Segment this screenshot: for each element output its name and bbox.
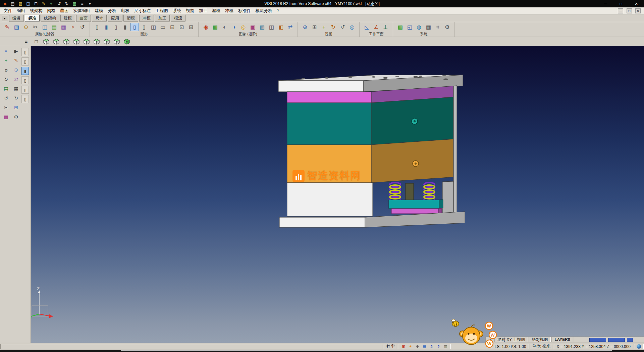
shaded-cylinder-icon[interactable]: ▮ (102, 23, 111, 31)
right-view-icon[interactable] (72, 37, 80, 45)
hidden-line-mode-icon[interactable]: ▯ (21, 57, 29, 65)
help-icon[interactable]: ? (436, 344, 441, 349)
bottom-view-icon[interactable] (103, 37, 111, 45)
iso-back-view-icon[interactable] (113, 37, 121, 45)
app-icon[interactable]: ◆ (2, 1, 8, 6)
tab-mold[interactable]: 塑膜 (123, 15, 138, 22)
menu-item[interactable]: 电极 (119, 7, 132, 14)
front-view-icon[interactable] (62, 37, 70, 45)
grid-status-icon[interactable]: ▦ (422, 344, 427, 349)
menu-item[interactable]: 尺寸标注 (132, 7, 153, 14)
workplane-icon[interactable]: ◺ (363, 23, 371, 31)
menu-item[interactable]: 网格 (45, 7, 58, 14)
lighting-icon[interactable]: ◎ (239, 23, 248, 31)
outline-view-icon[interactable]: ▭ (159, 23, 167, 31)
undo-icon[interactable]: ↺ (56, 1, 62, 6)
sketch-icon[interactable]: ✎ (41, 1, 46, 6)
solid-view-icon[interactable]: ▮ (121, 23, 129, 31)
regen-icon[interactable]: ✦ (408, 344, 413, 349)
horizontal-scrollbar-thumb[interactable] (121, 350, 612, 351)
save-icon[interactable]: ◫ (25, 1, 31, 6)
rendered-mode-icon[interactable]: ▯ (21, 76, 29, 84)
menu-item[interactable]: 标准件 (236, 7, 253, 14)
box-view-icon[interactable]: ◫ (149, 23, 158, 31)
tab-overflow-dropdown-icon[interactable]: ▾ (2, 16, 7, 21)
layers-tool-icon[interactable]: ▤ (2, 84, 10, 93)
search-icon[interactable]: ⌕ (488, 337, 494, 343)
tab-moldflow[interactable]: 模流 (171, 15, 185, 22)
menu-item[interactable]: 线架构 (28, 7, 45, 14)
open-file-icon[interactable]: ▨ (18, 1, 23, 6)
lock-toggle[interactable]: 拴牢 (384, 344, 397, 349)
pan-icon[interactable]: + (320, 23, 328, 31)
menu-item[interactable]: 塑模 (210, 7, 223, 14)
normals-view-icon[interactable]: ⊞ (187, 23, 195, 31)
menu-item[interactable]: 视窗 (183, 7, 197, 14)
rotate-tool-icon[interactable]: ↻ (2, 75, 10, 84)
dynamic-view-icon[interactable]: ◎ (348, 23, 356, 31)
menu-item[interactable]: 分析 (106, 7, 119, 14)
mdi-restore-icon[interactable]: □ (627, 8, 632, 13)
menu-item[interactable]: 加工 (197, 7, 210, 14)
capture-icon[interactable]: ⌖ (49, 1, 54, 6)
measure-tool-icon[interactable]: ⌀ (2, 65, 10, 74)
tab-dimension[interactable]: 尺寸 (92, 15, 107, 22)
previous-view-icon[interactable]: ↺ (338, 23, 347, 31)
viewport-3d[interactable]: Z 智造资料网 (31, 46, 644, 343)
menu-item[interactable]: 曲面 (58, 7, 71, 14)
view-2d-icon[interactable]: 2 (429, 344, 434, 349)
zoom-tool-icon[interactable]: ⌖ (2, 47, 10, 55)
menu-item[interactable]: 建模 (93, 7, 106, 14)
options-tool-icon[interactable]: ⚙ (12, 113, 20, 121)
points-view-icon[interactable]: ⊡ (177, 23, 186, 31)
mdi-close-icon[interactable]: ✕ (635, 8, 641, 13)
shadow-icon[interactable]: ◐ (220, 23, 229, 31)
type-filter-icon[interactable]: ▦ (59, 23, 68, 31)
workplane-reset-icon[interactable]: ⊥ (381, 23, 390, 31)
tab-application[interactable]: 应用 (108, 15, 122, 22)
grid-toggle-icon[interactable]: ▦ (72, 1, 77, 6)
menu-item[interactable]: 冲模 (223, 7, 236, 14)
extend-tool-icon[interactable]: ⊞ (12, 103, 20, 112)
color-palette-icon[interactable]: ▩ (396, 23, 405, 31)
grid-tool-icon[interactable]: ▦ (12, 84, 20, 93)
system-options-icon[interactable]: ⚙ (443, 23, 451, 31)
menu-item[interactable]: 工程图 (153, 7, 171, 14)
left-view-icon[interactable] (83, 37, 91, 45)
translucent-view-icon[interactable]: ▯ (130, 23, 139, 31)
mirror-tool-icon[interactable]: ⇄ (12, 75, 20, 84)
reset-filter-icon[interactable]: ↺ (78, 23, 87, 31)
pan-tool-icon[interactable]: + (2, 56, 10, 65)
select-tool-icon[interactable]: ▶ (12, 47, 20, 55)
scissors-icon[interactable]: ✂ (31, 23, 40, 31)
mdi-minimize-icon[interactable]: ─ (618, 8, 623, 13)
compare-icon[interactable]: ⇄ (286, 23, 294, 31)
clipboard-status-icon[interactable]: ▥ (443, 344, 448, 349)
palette-tool-icon[interactable]: ▩ (2, 113, 10, 121)
layer-filter-icon[interactable]: ▤ (50, 23, 58, 31)
back-view-icon[interactable] (93, 37, 101, 45)
outline-mode-icon[interactable]: ▯ (21, 95, 29, 103)
calculator-icon[interactable]: ⌗ (434, 23, 442, 31)
reflection-icon[interactable]: ◑ (230, 23, 238, 31)
rotate-view-icon[interactable]: ↻ (329, 23, 337, 31)
texture-icon[interactable]: ▩ (211, 23, 219, 31)
color-filter-icon[interactable]: ▧ (12, 23, 21, 31)
tab-wireframe[interactable]: 线架构 (41, 15, 59, 22)
undo-tool-icon[interactable]: ↺ (2, 94, 10, 102)
macro-icon[interactable]: ≡ (79, 1, 85, 6)
wireframe-mode-icon[interactable]: ▯ (21, 48, 29, 56)
maximize-button[interactable]: □ (613, 0, 629, 7)
new-file-icon[interactable]: ▤ (10, 1, 15, 6)
snapshot-grid-icon[interactable]: ▦ (424, 23, 433, 31)
translucent-mode-icon[interactable]: ▯ (21, 86, 29, 94)
trim-tool-icon[interactable]: ✂ (2, 103, 10, 112)
selection-filter-icon[interactable]: ⌖ (69, 23, 77, 31)
copy-attributes-icon[interactable]: ◫ (41, 23, 49, 31)
menu-item[interactable]: ? (275, 7, 282, 14)
snap-tool-icon[interactable]: ⊙ (12, 65, 20, 74)
redraw-icon[interactable]: ▣ (400, 344, 406, 349)
absolute-view-indicator[interactable]: 绝对视图 (529, 337, 551, 342)
online-status[interactable] (634, 344, 644, 349)
tab-edit[interactable]: 编辑 (9, 15, 24, 22)
